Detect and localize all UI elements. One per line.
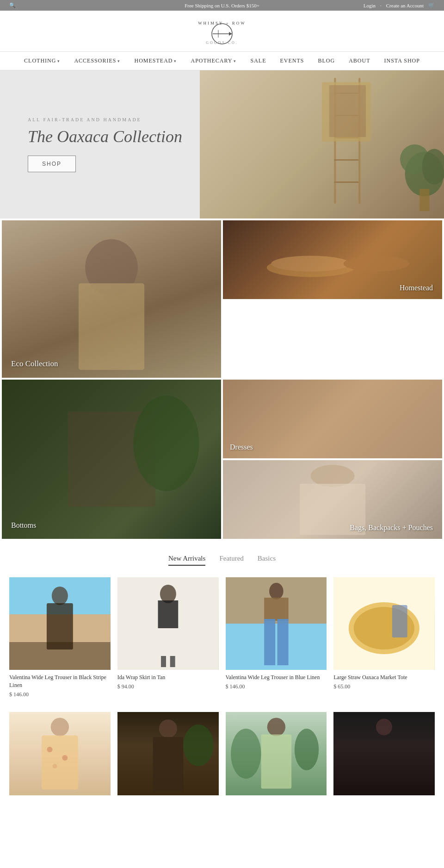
cart-icon[interactable]: 🛒	[428, 2, 435, 8]
hero-background	[200, 70, 444, 219]
product-image	[226, 712, 327, 795]
logo-icon: WHIMSY + ROW GOODS CO.	[185, 20, 259, 45]
svg-text:WHIMSY + ROW: WHIMSY + ROW	[198, 21, 246, 25]
hero-content: ALL FAIR-TRADE AND HANDMADE The Oaxaca C…	[0, 117, 182, 172]
svg-point-53	[52, 764, 57, 768]
nav-sale[interactable]: SALE	[250, 57, 266, 64]
chevron-down-icon: ▾	[234, 59, 236, 63]
svg-rect-50	[42, 735, 78, 789]
svg-point-49	[51, 718, 69, 736]
create-account-link[interactable]: Create an Account	[386, 3, 424, 8]
logo[interactable]: WHIMSY + ROW GOODS CO.	[9, 18, 435, 48]
product-price: $ 146.00	[226, 683, 327, 690]
nav-insta-shop[interactable]: INSTA SHOP	[384, 57, 420, 64]
tab-new-arrivals[interactable]: New Arrivals	[168, 555, 205, 566]
site-header: WHIMSY + ROW GOODS CO.	[0, 11, 444, 52]
product-section: New Arrivals Featured Basics Valentina W…	[0, 541, 444, 712]
svg-point-31	[52, 587, 68, 605]
nav-clothing[interactable]: CLOTHING ▾	[24, 57, 60, 64]
svg-rect-40	[226, 624, 327, 670]
svg-point-56	[183, 724, 214, 766]
svg-rect-11	[334, 159, 358, 161]
svg-point-57	[267, 718, 285, 736]
category-dresses[interactable]: Bags, Backpacks + Pouches	[223, 460, 442, 539]
product-price: $ 65.00	[333, 683, 435, 690]
nav-blog[interactable]: BLOG	[318, 57, 335, 64]
svg-rect-18	[419, 189, 429, 211]
svg-point-52	[62, 755, 68, 761]
top-bar-left: 🔍	[9, 2, 16, 8]
product-name: Valentina Wide Leg Trouser in Black Stri…	[9, 674, 111, 689]
category-bottoms[interactable]: Dresses	[223, 380, 442, 458]
tab-basics[interactable]: Basics	[258, 555, 276, 566]
svg-point-61	[376, 718, 392, 735]
svg-point-59	[230, 729, 261, 779]
svg-point-22	[271, 256, 350, 272]
product-image	[9, 712, 111, 795]
product-item[interactable]: Valentina Wide Leg Trouser in Blue Linen…	[226, 577, 327, 698]
svg-point-54	[159, 719, 177, 738]
hero-section: ALL FAIR-TRADE AND HANDMADE The Oaxaca C…	[0, 70, 444, 219]
product-image	[333, 712, 435, 795]
nav-about[interactable]: ABOUT	[349, 57, 370, 64]
svg-rect-58	[261, 734, 291, 788]
product-name: Ida Wrap Skirt in Tan	[117, 674, 219, 681]
svg-point-41	[269, 583, 284, 599]
product-item[interactable]	[333, 712, 435, 795]
main-nav: CLOTHING ▾ ACCESSORIES ▾ HOMESTEAD ▾ APO…	[0, 52, 444, 70]
product-item[interactable]	[117, 712, 219, 795]
category-homestead[interactable]: Homestead	[223, 220, 442, 299]
hero-subtitle: ALL FAIR-TRADE AND HANDMADE	[28, 117, 182, 122]
product-image	[226, 577, 327, 670]
product-name: Valentina Wide Leg Trouser in Blue Linen	[226, 674, 327, 681]
svg-rect-42	[264, 598, 289, 621]
product-grid: Valentina Wide Leg Trouser in Black Stri…	[9, 577, 435, 698]
svg-point-51	[47, 747, 52, 752]
svg-rect-14	[329, 85, 366, 137]
chevron-down-icon: ▾	[57, 59, 60, 63]
category-bottoms-label: Dresses	[230, 443, 253, 451]
category-grid: Eco Collection Homestead Bottoms Dresses…	[0, 219, 444, 541]
svg-rect-37	[161, 656, 166, 667]
category-bags-label: Bottoms	[11, 521, 36, 530]
svg-rect-32	[47, 603, 73, 649]
svg-point-23	[344, 256, 409, 272]
product-price: $ 146.00	[9, 691, 111, 698]
login-link[interactable]: Login	[364, 3, 376, 8]
tab-featured[interactable]: Featured	[219, 555, 243, 566]
nav-homestead[interactable]: HOMESTEAD ▾	[134, 57, 177, 64]
product-item[interactable]: Valentina Wide Leg Trouser in Black Stri…	[9, 577, 111, 698]
product-image	[117, 577, 219, 670]
product-image	[333, 577, 435, 670]
top-bar-right: Login · Create an Account 🛒	[364, 2, 435, 8]
shipping-notice: Free Shipping on U.S. Orders $150+	[185, 3, 259, 8]
svg-text:GOODS CO.: GOODS CO.	[206, 41, 238, 45]
nav-apothecary[interactable]: APOTHECARY ▾	[191, 57, 236, 64]
chevron-down-icon: ▾	[117, 59, 120, 63]
product-image	[9, 577, 111, 670]
svg-marker-2	[229, 32, 232, 36]
top-bar: 🔍 Free Shipping on U.S. Orders $150+ Log…	[0, 0, 444, 11]
svg-point-26	[311, 465, 355, 487]
product-item[interactable]: Large Straw Oaxaca Market Tote $ 65.00	[333, 577, 435, 698]
product-item[interactable]	[226, 712, 327, 795]
category-eco-collection[interactable]: Eco Collection	[2, 220, 221, 378]
category-homestead-label: Homestead	[400, 284, 433, 292]
nav-events[interactable]: EVENTS	[280, 57, 304, 64]
chevron-down-icon: ▾	[174, 59, 177, 63]
category-eco-label: Eco Collection	[11, 359, 58, 368]
svg-point-60	[294, 729, 319, 770]
svg-rect-35	[158, 600, 178, 628]
svg-rect-48	[392, 605, 407, 637]
product-tabs: New Arrivals Featured Basics	[9, 555, 435, 566]
nav-accessories[interactable]: ACCESSORIES ▾	[74, 57, 120, 64]
svg-point-25	[133, 395, 199, 491]
product-item[interactable]	[9, 712, 111, 795]
search-icon[interactable]: 🔍	[9, 2, 16, 8]
svg-rect-43	[264, 619, 275, 665]
hero-cta-button[interactable]: SHOP	[28, 156, 76, 172]
svg-rect-20	[79, 283, 144, 370]
bottom-product-grid	[0, 712, 444, 805]
product-item[interactable]: Ida Wrap Skirt in Tan $ 94.00	[117, 577, 219, 698]
category-bags[interactable]: Bottoms	[2, 380, 221, 539]
